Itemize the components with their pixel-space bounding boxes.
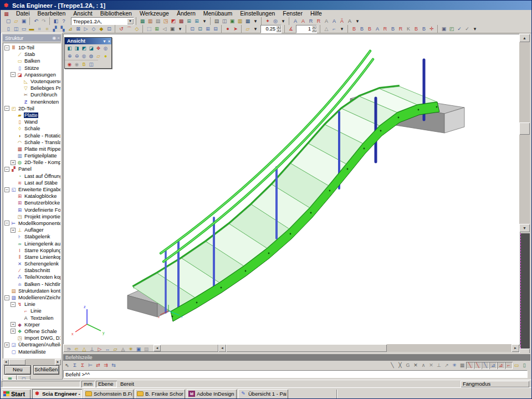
tree-item[interactable]: +◆Körper bbox=[3, 321, 60, 328]
background-color-icon[interactable]: B bbox=[80, 61, 88, 68]
tree-item[interactable]: +❖Offene Schale bbox=[3, 328, 60, 335]
minus-expander-icon[interactable]: − bbox=[4, 106, 9, 111]
support-display-icon[interactable]: ⊥ bbox=[88, 346, 96, 353]
rendered-icon[interactable]: ◆ bbox=[98, 25, 105, 33]
status-plane[interactable]: Ebene XY bbox=[96, 381, 117, 387]
scroll-right-icon[interactable]: ► bbox=[55, 359, 61, 365]
viewport-horizontal-scrollbar[interactable]: ◄ ► bbox=[218, 344, 519, 352]
tree-item[interactable]: ∕Stabschnitt bbox=[3, 267, 60, 274]
save-project-icon[interactable]: ▣ bbox=[20, 18, 28, 25]
menu-item-ansicht[interactable]: Ansicht bbox=[69, 10, 96, 17]
help-icon[interactable]: ? bbox=[60, 18, 68, 25]
plus-expander-icon[interactable]: + bbox=[11, 228, 16, 233]
close-window-icon[interactable]: ◧ bbox=[52, 18, 60, 25]
minus-expander-icon[interactable]: − bbox=[4, 45, 9, 50]
copy-attributes-icon[interactable]: ⊡ bbox=[188, 25, 196, 33]
snap-grid-icon[interactable]: G bbox=[404, 362, 412, 369]
ansicht-dropdown-icon[interactable]: ▼ bbox=[103, 39, 106, 43]
render-mode-icon[interactable]: ▣ bbox=[135, 346, 142, 353]
snap-mode-button[interactable]: Fangmodus bbox=[461, 381, 529, 387]
tree-item[interactable]: ▯Wand bbox=[3, 119, 60, 125]
tree-item[interactable]: ◔Last auf Öffnungskar bbox=[3, 173, 60, 180]
tree-item[interactable]: ▤Strukturdaten kontrollier bbox=[3, 288, 60, 294]
taskbar-task[interactable]: IdAdobe InDesign C... bbox=[187, 389, 237, 399]
axo-cut-icon[interactable]: ⊠ bbox=[74, 25, 82, 33]
tree-item[interactable]: ▭Balken bbox=[3, 58, 60, 64]
taskbar-task[interactable]: B. Franke Schornst... bbox=[135, 389, 185, 399]
tree-item[interactable]: ⊞Katalogblöcke bbox=[3, 193, 60, 200]
sum-blue-icon[interactable]: Σ bbox=[71, 362, 79, 369]
link-nodes-icon[interactable]: ⊂ bbox=[73, 346, 80, 353]
project-library-icon[interactable]: ▦ bbox=[139, 18, 146, 25]
spinner-arrows[interactable]: ▲▼ bbox=[311, 25, 316, 33]
copy-add-icon[interactable]: ⊞ bbox=[204, 25, 212, 33]
view-axo-icon[interactable]: ◪ bbox=[88, 45, 95, 52]
print-dropdown-icon[interactable]: ▾ bbox=[252, 18, 259, 25]
tree-item[interactable]: ‖Starre Linienkopplun bbox=[3, 254, 60, 260]
member-tool-4-icon[interactable]: A bbox=[374, 25, 381, 33]
save-view-icon[interactable]: ▣ bbox=[440, 25, 448, 33]
snap-perp-icon[interactable]: ⊥ bbox=[435, 362, 443, 369]
view-y-icon[interactable]: ◨ bbox=[73, 45, 80, 52]
tree-item[interactable]: ⁂Teile/Knoten koppeln bbox=[3, 274, 60, 280]
ansicht-titlebar[interactable]: Ansicht ▼ × bbox=[65, 38, 111, 44]
new-button[interactable]: Neu bbox=[4, 365, 31, 375]
font-style-icon[interactable]: Ä bbox=[338, 18, 346, 25]
member-tool-7-icon[interactable]: R bbox=[397, 25, 405, 33]
combinations-icon[interactable]: ▩ bbox=[177, 18, 185, 25]
paste-attributes-icon[interactable]: ⊡ bbox=[196, 25, 204, 33]
axis-tee-icon[interactable]: ⊢ bbox=[86, 362, 94, 369]
menu-item-ändern[interactable]: Ändern bbox=[173, 10, 200, 17]
taskbar-task[interactable]: ✾Scia Engineer - [... bbox=[32, 389, 82, 399]
cut-plane-icon[interactable]: ⌗ bbox=[43, 25, 51, 33]
views-folder-icon[interactable]: ▱ bbox=[244, 25, 252, 33]
command-input[interactable] bbox=[63, 370, 528, 378]
menu-item-hilfe[interactable]: Hilfe bbox=[306, 10, 326, 17]
structure-panel-titlebar[interactable]: Struktur ◉ × bbox=[3, 34, 61, 42]
open-view-icon[interactable]: ▱ bbox=[95, 53, 102, 59]
light-bulb-icon[interactable]: ● bbox=[102, 53, 109, 59]
tree-item[interactable]: ▦Platte mit Rippen bbox=[3, 146, 60, 152]
snap-cross-icon[interactable]: ╳ bbox=[396, 362, 404, 369]
scale-spinner[interactable]: 1 ▲▼ bbox=[296, 25, 317, 33]
zoom-document-icon[interactable]: ◎ bbox=[272, 18, 279, 25]
catalog-a-icon[interactable]: ⊞ bbox=[185, 18, 193, 25]
tree-item[interactable]: ▥Fertigteilplatte bbox=[3, 152, 60, 159]
menu-item-werkzeuge[interactable]: Werkzeuge bbox=[136, 10, 173, 17]
cursor-snap-icon[interactable]: ✳ bbox=[451, 362, 458, 369]
tree-item[interactable]: +◍2D-Teile - Kompone bbox=[3, 159, 60, 166]
minus-expander-icon[interactable]: − bbox=[11, 72, 16, 77]
spinner-arrows[interactable]: ▲▼ bbox=[276, 25, 281, 33]
dim-style-2-icon[interactable]: A bbox=[299, 18, 307, 25]
snap-line-icon[interactable]: ╲ bbox=[388, 362, 396, 369]
combobox-dropdown-icon[interactable]: ▼ bbox=[127, 18, 134, 24]
tree-item[interactable]: IStarre Kopplungen bbox=[3, 247, 60, 254]
zoom-all-icon[interactable]: ◎ bbox=[80, 53, 88, 59]
tree-item[interactable]: ▯Stütze bbox=[3, 65, 60, 71]
select-add-icon[interactable]: ⊞ bbox=[153, 25, 161, 33]
snap-ortho-icon[interactable]: ⌐ bbox=[505, 362, 513, 369]
scrollbar-thumb[interactable] bbox=[226, 344, 387, 352]
menu-item-einstellungen[interactable]: Einstellungen bbox=[236, 10, 279, 17]
check-dropdown-icon[interactable]: ▾ bbox=[471, 25, 479, 33]
fly-mode-icon[interactable]: ➤ bbox=[232, 25, 239, 33]
camera-saved-icon[interactable]: ◉ bbox=[73, 61, 80, 68]
scrollbar-thumb[interactable] bbox=[9, 359, 25, 365]
minus-expander-icon[interactable]: − bbox=[4, 221, 9, 226]
close-button[interactable]: Schließen bbox=[33, 365, 60, 375]
snap-arc-icon[interactable]: ▯ bbox=[520, 362, 528, 369]
activity-icon[interactable]: ✦ bbox=[264, 18, 272, 25]
print-preview-icon[interactable]: ◫ bbox=[221, 18, 228, 25]
undo-icon[interactable]: ↶ bbox=[32, 18, 40, 25]
grid-dots-icon[interactable]: ▦ bbox=[458, 362, 466, 369]
model-viewport[interactable]: x Y z x y bbox=[63, 34, 520, 345]
member-tool-10-icon[interactable]: B bbox=[420, 25, 428, 33]
text-settings-icon[interactable]: A bbox=[346, 18, 354, 25]
tree-item[interactable]: −◱Erweiterte Eingabe bbox=[3, 186, 60, 193]
ucs-point-icon[interactable]: ● bbox=[224, 25, 232, 33]
member-tool-8-icon[interactable]: K bbox=[405, 25, 412, 33]
tree-item[interactable]: ✂Durchbruch bbox=[3, 91, 60, 98]
mesh-display-icon[interactable]: ◬ bbox=[119, 346, 127, 353]
tree-item[interactable]: ⟋Stab bbox=[3, 51, 60, 58]
tree-item[interactable]: ≐Balken - Nichtlinearit bbox=[3, 281, 60, 288]
